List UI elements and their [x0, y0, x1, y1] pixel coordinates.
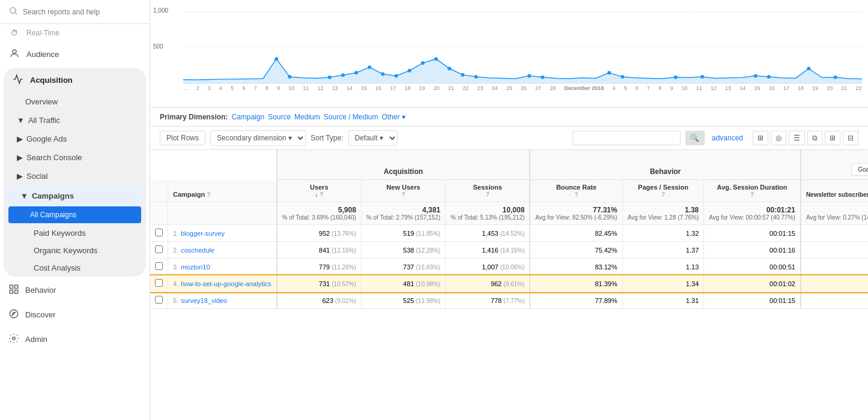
- data-table: Acquisition Behavior Conversions Goal 13…: [150, 150, 868, 309]
- total-users-sub: % of Total: 3.69% (160,040): [282, 214, 356, 221]
- svg-rect-4: [15, 285, 18, 288]
- svg-rect-6: [15, 290, 18, 293]
- svg-point-9: [13, 337, 16, 340]
- conv-group-header: Conversions Goal 13: Newsletter subscrib…: [801, 150, 868, 180]
- svg-point-2: [13, 50, 16, 53]
- sidebar-item-social[interactable]: ▶ Social: [4, 167, 146, 185]
- campaign-help-icon[interactable]: ?: [207, 191, 210, 198]
- checkbox-col-header: [150, 180, 168, 202]
- sidebar-item-paid-keywords[interactable]: Paid Keywords: [4, 224, 146, 242]
- goal-select[interactable]: Goal 13: Newsletter subscriber from stic…: [851, 163, 868, 176]
- total-pages-session: 1.38: [685, 206, 699, 214]
- campaign-link[interactable]: coschedule: [181, 247, 214, 254]
- acquisition-icon: [12, 74, 24, 86]
- table-search-button[interactable]: 🔍: [685, 131, 705, 145]
- sidebar-section-acquisition: Acquisition Overview ▼ All Traffic ▶ Goo…: [4, 68, 146, 277]
- pages-session-help-icon[interactable]: ?: [661, 191, 665, 198]
- conv-rate-col-header[interactable]: Newsletter subscriber from sticky blog f…: [801, 180, 868, 202]
- advanced-link[interactable]: advanced: [712, 134, 743, 142]
- y-label-1000: 1,000: [153, 7, 168, 14]
- dim-other[interactable]: Other ▾: [382, 113, 405, 121]
- sidebar-item-overview[interactable]: Overview: [4, 92, 146, 111]
- total-sessions: 10,008: [503, 206, 525, 214]
- dim-campaign[interactable]: Campaign: [231, 113, 264, 121]
- table-row-highlighted: 4.how-to-set-up-google-analytics 731 (10…: [150, 275, 868, 292]
- search-input[interactable]: [23, 8, 141, 16]
- sidebar-item-google-ads[interactable]: ▶ Google Ads: [4, 130, 146, 148]
- dim-source-medium[interactable]: Source / Medium: [324, 113, 378, 121]
- sidebar-item-audience[interactable]: Audience: [0, 42, 150, 67]
- total-bounce-rate-sub: Avg for View: 82.50% (-6.29%): [535, 214, 617, 221]
- plot-rows-button[interactable]: Plot Rows: [160, 131, 205, 145]
- pivot-view-button[interactable]: ⊞: [825, 131, 840, 145]
- sidebar-item-discover[interactable]: Discover: [0, 302, 150, 327]
- beh-group-header: Behavior: [530, 150, 801, 180]
- sidebar-item-cost-analysis[interactable]: Cost Analysis: [4, 259, 146, 277]
- search-bar[interactable]: [0, 0, 150, 24]
- avg-session-help-icon[interactable]: ?: [750, 191, 754, 198]
- campaign-link[interactable]: blogger-survey: [181, 230, 225, 237]
- campaign-link-highlighted[interactable]: how-to-set-up-google-analytics: [181, 280, 271, 287]
- row-checkbox[interactable]: [155, 229, 163, 236]
- users-col-header[interactable]: Users ↓ ?: [277, 180, 362, 202]
- sessions-help-icon[interactable]: ?: [486, 191, 490, 198]
- row-checkbox[interactable]: [155, 262, 163, 270]
- svg-rect-3: [10, 285, 13, 288]
- total-new-users-sub: % of Total: 2.79% (157,152): [366, 214, 440, 221]
- total-new-users: 4,381: [422, 206, 440, 214]
- admin-icon: [8, 333, 19, 346]
- bounce-rate-col-header[interactable]: Bounce Rate ?: [530, 180, 622, 202]
- chevron-right-icon-3: ▶: [17, 172, 23, 181]
- svg-point-0: [10, 8, 16, 13]
- campaign-link[interactable]: mozton10: [181, 263, 210, 271]
- search-icon: [8, 6, 18, 17]
- grid-view-button[interactable]: ⊞: [753, 131, 768, 145]
- sidebar-item-search-console[interactable]: ▶ Search Console: [4, 148, 146, 167]
- new-users-help-icon[interactable]: ?: [401, 191, 405, 198]
- sidebar-item-realtime[interactable]: ⏱ Real-Time: [0, 24, 150, 42]
- dim-medium[interactable]: Medium: [294, 113, 320, 121]
- acq-group-header: Acquisition: [277, 150, 530, 180]
- sidebar-item-all-campaigns[interactable]: All Campaigns: [8, 206, 141, 223]
- sidebar-item-campaigns[interactable]: ▼ Campaigns: [7, 187, 142, 205]
- row-checkbox[interactable]: [155, 279, 163, 287]
- total-sessions-sub: % of Total: 5.13% (195,212): [451, 214, 524, 221]
- audience-icon: [8, 48, 20, 61]
- avg-session-col-header[interactable]: Avg. Session Duration ?: [704, 180, 801, 202]
- sidebar-item-organic-keywords[interactable]: Organic Keywords: [4, 242, 146, 259]
- new-users-col-header[interactable]: New Users ?: [361, 180, 445, 202]
- sidebar: ⏱ Real-Time Audience Acquisition Overvie…: [0, 0, 150, 420]
- sort-type-select[interactable]: Default ▾: [348, 130, 398, 146]
- main-content: 1,000 500 ...234567 891011121314 1516171…: [150, 0, 868, 420]
- sidebar-item-admin[interactable]: Admin: [0, 327, 150, 352]
- row-checkbox[interactable]: [155, 245, 163, 253]
- svg-rect-5: [10, 290, 13, 293]
- total-avg-session: 00:01:21: [766, 206, 795, 214]
- campaign-link[interactable]: survey18_video: [181, 297, 227, 304]
- table-row: 3.mozton10 779 (11.26%) 737 (16.83%) 1,0…: [150, 259, 868, 275]
- sessions-col-header[interactable]: Sessions ?: [446, 180, 530, 202]
- sidebar-item-behavior[interactable]: Behavior: [0, 278, 150, 302]
- list-view-button[interactable]: ☰: [789, 131, 805, 145]
- lifetime-view-button[interactable]: ⊟: [843, 131, 858, 145]
- users-help-icon[interactable]: ?: [320, 191, 323, 198]
- total-conv-rate-sub: Avg for View: 0.27% (144.28%): [806, 214, 868, 221]
- table-row: 2.coschedule 841 (12.16%) 538 (12.28%) 1…: [150, 242, 868, 259]
- campaign-col-header[interactable]: Campaign ?: [168, 180, 277, 202]
- y-label-500: 500: [153, 43, 163, 50]
- row-checkbox[interactable]: [155, 296, 163, 304]
- dimension-bar: Primary Dimension: Campaign Source Mediu…: [150, 108, 868, 127]
- table-row: 1.blogger-survey 952 (13.76%) 519 (11.85…: [150, 225, 868, 242]
- toolbar: Plot Rows Secondary dimension ▾ Sort Typ…: [150, 127, 868, 150]
- secondary-dimension-select[interactable]: Secondary dimension ▾: [210, 130, 306, 146]
- dimension-label: Primary Dimension:: [160, 113, 228, 121]
- view-icons: ⊞ ◎ ☰ ⧉ ⊞ ⊟: [753, 131, 858, 145]
- sidebar-item-acquisition[interactable]: Acquisition: [4, 68, 146, 92]
- compare-view-button[interactable]: ⧉: [807, 131, 822, 145]
- dim-source[interactable]: Source: [268, 113, 291, 121]
- table-search-input[interactable]: [572, 131, 681, 145]
- bounce-rate-help-icon[interactable]: ?: [574, 191, 578, 198]
- pie-view-button[interactable]: ◎: [771, 131, 786, 145]
- pages-session-col-header[interactable]: Pages / Session ?: [622, 180, 704, 202]
- sidebar-item-all-traffic[interactable]: ▼ All Traffic: [4, 111, 146, 130]
